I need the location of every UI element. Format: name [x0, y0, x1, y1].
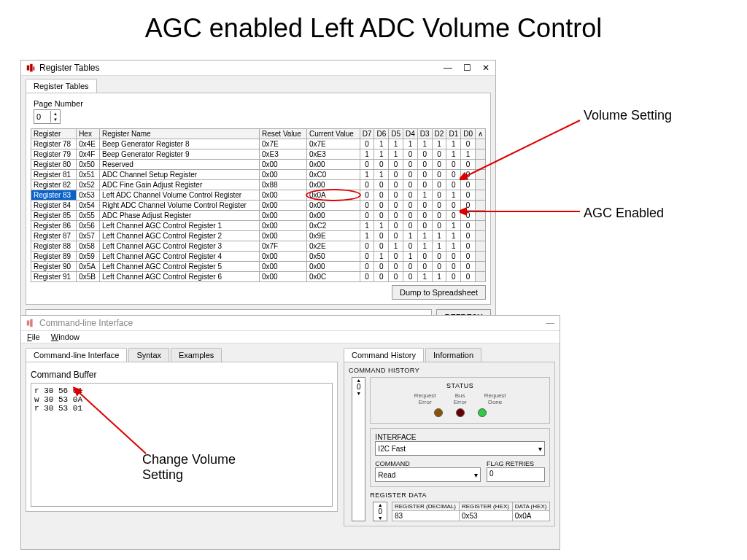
- menubar: File Window: [21, 331, 560, 343]
- table-header: Current Value: [306, 129, 360, 139]
- scroll-up-icon[interactable]: ∧: [476, 129, 486, 139]
- table-header: D6: [374, 129, 389, 139]
- chevron-down-icon: ▾: [474, 471, 478, 479]
- flag-retries-label: FLAG RETRIES: [487, 460, 545, 467]
- table-header: D0: [461, 129, 476, 139]
- table-row[interactable]: Register 790x4FBeep Generator Register 9…: [31, 149, 486, 160]
- slide-title: AGC enabled Left ADC Volume Control: [0, 0, 747, 51]
- spin-up-icon[interactable]: ▲: [51, 111, 60, 117]
- table-row[interactable]: Register 830x53Left ADC Channel Volume C…: [31, 190, 486, 201]
- command-buffer[interactable]: r 30 56 01w 30 53 0Ar 30 53 01: [31, 383, 333, 507]
- tab-information[interactable]: Information: [425, 348, 481, 362]
- table-row[interactable]: Register 890x59Left Channel AGC Control …: [31, 252, 486, 262]
- table-row[interactable]: Register 910x5BLeft Channel AGC Control …: [31, 272, 486, 282]
- table-header: Hex: [77, 129, 100, 139]
- svg-rect-3: [27, 321, 30, 326]
- spin-down-icon[interactable]: ▼: [51, 117, 60, 122]
- page-number-spinner[interactable]: ▲▼: [34, 109, 61, 124]
- regdata-index-spinner[interactable]: ▲ 0 ▼: [373, 502, 387, 521]
- menu-window[interactable]: Window: [51, 332, 80, 341]
- status-title: STATUS: [375, 382, 545, 389]
- table-header: D1: [446, 129, 461, 139]
- minimize-button[interactable]: —: [443, 63, 453, 73]
- svg-rect-2: [34, 66, 35, 70]
- svg-rect-1: [30, 64, 33, 72]
- interface-label: INTERFACE: [375, 433, 545, 441]
- register-tables-window: Register Tables — ☐ ✕ Register Tables Pa…: [20, 60, 496, 330]
- page-number-label: Page Number: [34, 99, 486, 108]
- annotation-volume-setting: Volume Setting: [584, 108, 672, 123]
- history-index-value: 0: [357, 383, 361, 391]
- command-history-title: COMMAND HISTORY: [349, 367, 550, 374]
- table-row[interactable]: Register 880x58Left Channel AGC Control …: [31, 241, 486, 252]
- table-row[interactable]: Register 810x51ADC Channel Setup Registe…: [31, 170, 486, 180]
- table-header: Reset Value: [260, 129, 307, 139]
- cli-window-title: Command-line Interface: [39, 318, 133, 328]
- table-header: Register Name: [99, 129, 259, 139]
- interface-select[interactable]: I2C Fast▾: [375, 441, 545, 456]
- dump-to-spreadsheet-button[interactable]: Dump to Spreadsheet: [392, 285, 486, 300]
- register-data-table: REGISTER (DECIMAL)REGISTER (HEX)DATA (HE…: [392, 502, 550, 521]
- led-request-done: [478, 408, 487, 417]
- titlebar: Register Tables — ☐ ✕: [21, 61, 495, 76]
- table-header: D7: [360, 129, 374, 139]
- table-header: D5: [389, 129, 403, 139]
- led-request-error: [434, 408, 443, 417]
- page-number-input[interactable]: [34, 110, 50, 123]
- table-row[interactable]: Register 800x50Reserved0x000x0000000000: [31, 160, 486, 170]
- flag-retries-input[interactable]: 0: [487, 467, 545, 482]
- annotation-agc-enabled: AGC Enabled: [584, 206, 664, 221]
- cli-window: Command-line Interface — File Window Com…: [20, 315, 560, 550]
- table-row[interactable]: Register 900x5ALeft Channel AGC Control …: [31, 262, 486, 272]
- cli-titlebar: Command-line Interface —: [21, 316, 560, 331]
- tab-cli[interactable]: Command-line Interface: [26, 348, 127, 362]
- register-panel: Page Number ▲▼ RegisterHexRegister NameR…: [26, 93, 491, 305]
- annotation-change-volume: Change Volume Setting: [142, 452, 244, 483]
- tab-strip: Register Tables: [21, 76, 495, 93]
- table-row[interactable]: Register 850x55ADC Phase Adjust Register…: [31, 211, 486, 221]
- minimize-button[interactable]: —: [545, 318, 555, 328]
- chevron-down-icon: ▾: [538, 445, 542, 453]
- register-table: RegisterHexRegister NameReset ValueCurre…: [31, 128, 486, 282]
- tab-register-tables[interactable]: Register Tables: [26, 79, 97, 93]
- table-row[interactable]: Register 860x56Left Channel AGC Control …: [31, 221, 486, 231]
- close-button[interactable]: ✕: [481, 63, 491, 73]
- ti-logo-icon: [26, 63, 36, 73]
- table-header: D3: [417, 129, 432, 139]
- table-header: D2: [432, 129, 446, 139]
- command-buffer-label: Command Buffer: [31, 370, 333, 380]
- table-header: Register: [31, 129, 77, 139]
- ti-logo-icon: [26, 318, 36, 328]
- register-data-label: REGISTER DATA: [370, 491, 550, 499]
- led-bus-error: [456, 408, 465, 417]
- tab-examples[interactable]: Examples: [171, 348, 222, 362]
- window-title: Register Tables: [39, 63, 100, 73]
- table-row[interactable]: Register 780x4EBeep Generator Register 8…: [31, 139, 486, 149]
- svg-rect-0: [27, 66, 30, 71]
- command-select[interactable]: Read▾: [375, 467, 481, 482]
- tab-command-history[interactable]: Command History: [344, 348, 424, 362]
- table-row[interactable]: Register 820x52ADC Fine Gain Adjust Regi…: [31, 180, 486, 190]
- table-header: D4: [403, 129, 418, 139]
- tab-syntax[interactable]: Syntax: [128, 348, 169, 362]
- svg-rect-4: [30, 319, 33, 327]
- maximize-button[interactable]: ☐: [462, 63, 472, 73]
- table-row[interactable]: Register 870x57Left Channel AGC Control …: [31, 231, 486, 241]
- table-row[interactable]: Register 840x54Right ADC Channel Volume …: [31, 201, 486, 211]
- menu-file[interactable]: File: [27, 332, 40, 341]
- history-index-spinner[interactable]: ▲ 0 ▼: [352, 377, 365, 521]
- command-label: COMMAND: [375, 460, 481, 467]
